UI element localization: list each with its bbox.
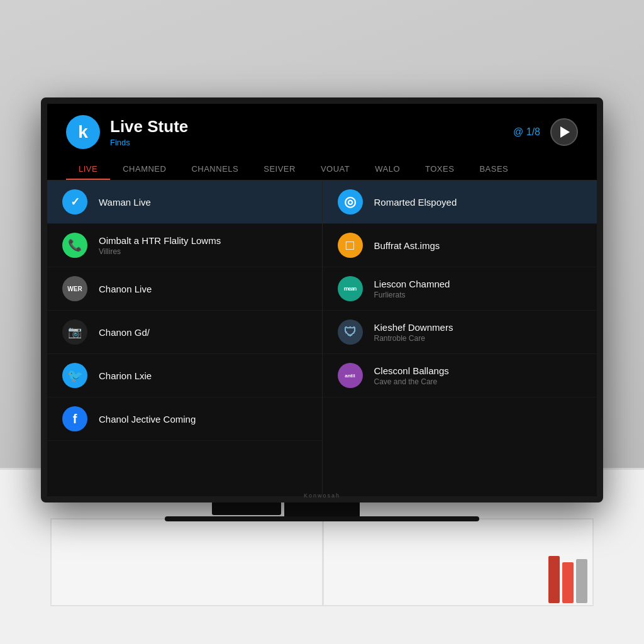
channel-icon-2: 📞	[62, 233, 87, 258]
right-sub-5: Cave and the Care	[374, 377, 449, 386]
nav-tabs: LIVE CHAMNED CHANNELS SEIVER VOUAT WALO …	[47, 158, 597, 180]
left-channel-6[interactable]: f Chanol Jective Coming	[47, 397, 322, 441]
right-channel-1[interactable]: ◎ Romarted Elspoyed	[323, 180, 597, 224]
channel-name-4: Chanon Gd/	[99, 327, 150, 338]
left-channel-1[interactable]: ✓ Waman Live	[47, 180, 322, 224]
channel-info-1: Waman Live	[99, 197, 151, 208]
right-info-1: Romarted Elspoyed	[374, 197, 457, 208]
left-channel-4[interactable]: 📷 Chanon Gd/	[47, 311, 322, 354]
app-header: k Live Stute Finds @ 1/8	[47, 104, 597, 158]
right-icon-3: mean	[338, 276, 363, 301]
tab-bases[interactable]: BASES	[467, 158, 521, 180]
shelf-books	[548, 556, 587, 603]
tab-live[interactable]: LIVE	[66, 158, 110, 180]
right-icon-4: 🛡	[338, 319, 363, 345]
channel-icon-4: 📷	[62, 319, 87, 345]
book-1	[548, 556, 560, 603]
right-icon-1: ◎	[338, 189, 363, 214]
channel-info-2: Oimbalt a HTR Flality Lowms Villires	[99, 235, 221, 256]
right-name-5: Clesconl Ballangs	[374, 365, 449, 376]
right-name-1: Romarted Elspoyed	[374, 197, 457, 208]
right-channel-5[interactable]: antil Clesconl Ballangs Cave and the Car…	[323, 354, 597, 397]
tab-walo[interactable]: WALO	[362, 158, 413, 180]
right-info-2: Buffrat Ast.imgs	[374, 240, 440, 251]
app-logo: k	[66, 115, 100, 149]
left-channel-2[interactable]: 📞 Oimbalt a HTR Flality Lowms Villires	[47, 224, 322, 267]
right-info-3: Liescon Chamned Furlierats	[374, 279, 450, 299]
right-channel-4[interactable]: 🛡 Kieshef Downmers Rantroble Care	[323, 311, 597, 354]
channel-info-3: Chanon Live	[99, 284, 152, 294]
channel-icon-6: f	[62, 406, 87, 431]
right-name-2: Buffrat Ast.imgs	[374, 240, 440, 251]
header-right: @ 1/8	[513, 118, 578, 146]
channel-info-4: Chanon Gd/	[99, 327, 150, 338]
content-area: ✓ Waman Live 📞 Oimbalt a HTR Flality Low…	[47, 180, 597, 496]
channel-icon-3: WER	[62, 276, 87, 301]
header-left: k Live Stute Finds	[66, 115, 188, 149]
right-name-3: Liescon Chamned	[374, 279, 450, 289]
tab-vouat[interactable]: VOUAT	[308, 158, 362, 180]
left-panel: ✓ Waman Live 📞 Oimbalt a HTR Flality Low…	[47, 180, 323, 496]
set-top-box	[212, 501, 281, 515]
app-title: Live Stute	[110, 117, 188, 136]
play-button[interactable]	[550, 118, 578, 146]
right-sub-4: Rantroble Care	[374, 334, 453, 343]
tab-chamned[interactable]: CHAMNED	[110, 158, 179, 180]
channel-icon-1: ✓	[62, 189, 87, 214]
right-channel-2[interactable]: □ Buffrat Ast.imgs	[323, 224, 597, 267]
right-icon-5: antil	[338, 363, 363, 388]
right-info-4: Kieshef Downmers Rantroble Care	[374, 322, 453, 343]
book-2	[562, 562, 574, 603]
tv-brand-text: Konwosah	[304, 492, 340, 499]
channel-name-2: Oimbalt a HTR Flality Lowms	[99, 235, 221, 246]
tab-seiver[interactable]: SEIVER	[251, 158, 308, 180]
right-name-4: Kieshef Downmers	[374, 322, 453, 333]
channel-icon-5: 🐦	[62, 363, 87, 388]
channel-name-3: Chanon Live	[99, 284, 152, 294]
book-3	[576, 559, 587, 603]
right-channel-3[interactable]: mean Liescon Chamned Furlierats	[323, 267, 597, 311]
tv-stand-base	[165, 516, 479, 521]
play-icon	[560, 126, 570, 138]
channel-name-6: Chanol Jective Coming	[99, 414, 196, 425]
page-indicator: @ 1/8	[513, 126, 540, 138]
left-channel-3[interactable]: WER Chanon Live	[47, 267, 322, 311]
app-subtitle: Finds	[110, 138, 188, 147]
channel-name-5: Charion Lxie	[99, 370, 152, 381]
right-info-5: Clesconl Ballangs Cave and the Care	[374, 365, 449, 386]
channel-sub-2: Villires	[99, 247, 221, 256]
right-icon-2: □	[338, 233, 363, 258]
tv-frame: k Live Stute Finds @ 1/8 LIVE CHAMNED	[41, 97, 603, 502]
app-title-block: Live Stute Finds	[110, 117, 188, 147]
channel-name-1: Waman Live	[99, 197, 151, 208]
channel-info-6: Chanol Jective Coming	[99, 414, 196, 425]
room-background: k Live Stute Finds @ 1/8 LIVE CHAMNED	[0, 0, 644, 644]
shelf-divider	[322, 518, 324, 606]
left-channel-5[interactable]: 🐦 Charion Lxie	[47, 354, 322, 397]
channel-info-5: Charion Lxie	[99, 370, 152, 381]
tv-screen: k Live Stute Finds @ 1/8 LIVE CHAMNED	[47, 104, 597, 496]
tab-toxes[interactable]: TOXES	[413, 158, 467, 180]
tab-channels[interactable]: CHANNELS	[179, 158, 251, 180]
right-panel: ◎ Romarted Elspoyed □ Buffrat Ast.imgs m…	[323, 180, 597, 496]
right-sub-3: Furlierats	[374, 291, 450, 299]
